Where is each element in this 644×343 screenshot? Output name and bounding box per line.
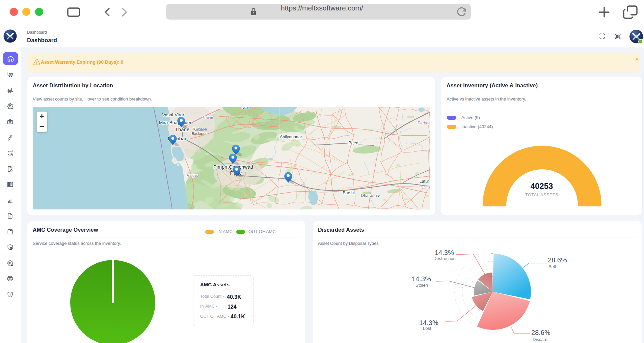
svg-text:Akole: Akole [241, 107, 251, 110]
svg-text:Kulgaon: Kulgaon [193, 127, 207, 131]
svg-text:Ahilyanagar: Ahilyanagar [280, 135, 302, 139]
svg-text:Parbhani: Parbhani [418, 121, 430, 125]
svg-text:Latur: Latur [422, 185, 430, 190]
svg-text:Thane: Thane [175, 126, 190, 132]
svg-text:Thane: Thane [202, 115, 213, 119]
svg-text:Latur: Latur [420, 179, 429, 184]
svg-text:Beed: Beed [348, 141, 358, 145]
svg-text:Dharashiv: Dharashiv [361, 193, 380, 198]
svg-text:Badlapur: Badlapur [192, 132, 207, 136]
svg-text:Raigad: Raigad [187, 173, 199, 177]
svg-text:Vasai-Virar: Vasai-Virar [162, 112, 184, 117]
svg-text:Barshi: Barshi [343, 191, 354, 195]
svg-text:Mira-Bhayander: Mira-Bhayander [159, 120, 192, 125]
